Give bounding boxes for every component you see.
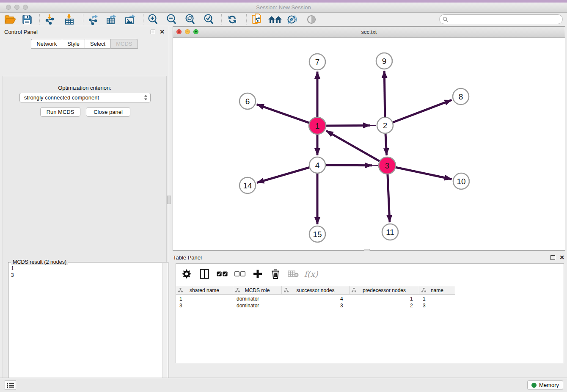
table-toolbar: f(x) (176, 264, 564, 284)
control-panel: Control Panel ✕ Network Style Select MCD… (0, 26, 169, 378)
export-table-icon[interactable] (106, 14, 118, 25)
import-table-icon[interactable] (63, 14, 75, 25)
table-panel: Table Panel ✕ (170, 251, 567, 378)
control-panel-title: Control Panel (4, 29, 151, 35)
hide-selected-icon[interactable] (286, 14, 298, 25)
table-cell: dominator (237, 296, 259, 302)
table-cell: 3 (340, 303, 343, 309)
tab-mcds[interactable]: MCDS (110, 39, 138, 49)
graph-node-label: 15 (313, 230, 322, 239)
show-all-icon[interactable] (306, 14, 317, 25)
table-cell: 1 (423, 296, 426, 302)
table-cell: 4 (340, 296, 343, 302)
add-column-icon[interactable] (252, 268, 263, 279)
table-cell: dominator (237, 303, 259, 309)
table-panel-header: Table Panel ✕ (173, 253, 564, 262)
node-table: f(x) shared nameMCDS rolesuccessor nodes… (176, 263, 564, 363)
memory-label: Memory (539, 382, 559, 388)
mcds-result-box: MCDS result (2 nodes) 1 3 (8, 262, 168, 392)
table-cell: 3 (423, 303, 426, 309)
control-panel-tabs: Network Style Select MCDS (0, 39, 169, 49)
mcds-panel: Optimization criterion: strongly connect… (3, 76, 167, 392)
network-window-title: scc.txt (173, 29, 565, 35)
function-builder-icon[interactable]: f(x) (306, 268, 317, 279)
optimization-criterion-label: Optimization criterion: (3, 85, 166, 91)
settings-gear-icon[interactable] (181, 268, 192, 279)
graph-node-label: 3 (385, 161, 390, 170)
close-panel-button[interactable]: Close panel (86, 107, 130, 117)
column-header-MCDS-role[interactable]: MCDS role (233, 286, 282, 294)
app-titlebar: Session: New Session (0, 3, 567, 13)
graph-node-label: 2 (383, 121, 388, 130)
tab-network[interactable]: Network (31, 39, 62, 49)
select-stepper-icon (144, 94, 148, 101)
network-graph-canvas[interactable]: 7968124314101511 (173, 38, 565, 250)
open-session-icon[interactable] (4, 14, 16, 25)
memory-button[interactable]: Memory (527, 380, 563, 390)
export-network-icon[interactable] (87, 14, 99, 25)
search-icon (443, 17, 448, 22)
run-mcds-button[interactable]: Run MCDS (40, 107, 80, 117)
task-list-icon (7, 382, 14, 388)
show-columns-icon[interactable] (199, 268, 210, 279)
save-session-icon[interactable] (21, 14, 33, 25)
control-panel-header: Control Panel ✕ (0, 26, 169, 37)
zoom-selected-icon[interactable] (203, 14, 215, 25)
delete-table-icon[interactable] (288, 268, 299, 279)
column-header-predecessor-nodes[interactable]: predecessor nodes (350, 286, 419, 294)
optimization-criterion-select[interactable]: strongly connected component (19, 93, 151, 102)
select-all-icon[interactable] (217, 268, 228, 279)
graph-node-label: 8 (459, 92, 463, 101)
zoom-out-icon[interactable] (165, 14, 177, 25)
delete-column-icon[interactable] (270, 268, 281, 279)
graph-node-label: 11 (386, 228, 394, 237)
table-cell: 2 (410, 303, 413, 309)
memory-status-icon (531, 383, 537, 388)
table-float-panel-icon[interactable] (550, 255, 555, 260)
task-history-button[interactable] (5, 380, 16, 390)
table-cell: 3 (179, 303, 182, 309)
refresh-icon[interactable] (226, 14, 238, 25)
column-header-shared-name[interactable]: shared name (176, 286, 233, 294)
search-input[interactable] (450, 17, 562, 22)
graph-node-label: 14 (243, 181, 252, 190)
close-panel-icon[interactable]: ✕ (160, 30, 165, 34)
graph-node-label: 7 (315, 58, 320, 66)
zoom-in-icon[interactable] (147, 14, 159, 25)
zoom-fit-icon[interactable] (184, 14, 196, 25)
graph-node-label: 6 (245, 97, 250, 106)
graph-node-label: 10 (457, 177, 465, 186)
table-panel-title: Table Panel (173, 254, 550, 261)
tab-select[interactable]: Select (85, 39, 110, 49)
tab-style[interactable]: Style (62, 39, 85, 49)
column-header-name[interactable]: name (419, 286, 455, 294)
table-column-header: shared nameMCDS rolesuccessor nodesprede… (176, 286, 455, 295)
table-row[interactable]: 3dominator323 (176, 302, 455, 309)
table-cell: 1 (179, 296, 182, 302)
export-image-icon[interactable] (124, 14, 136, 25)
import-network-icon[interactable] (44, 14, 56, 25)
window-title: Session: New Session (0, 4, 567, 11)
main-toolbar (0, 13, 567, 26)
table-row[interactable]: 1dominator411 (176, 295, 455, 302)
mcds-result-text: 1 3 (11, 265, 14, 279)
graph-node-label: 1 (315, 121, 320, 130)
table-close-panel-icon[interactable]: ✕ (559, 255, 564, 260)
network-window: ✕ − + scc.txt 7968124314101511 (173, 26, 565, 251)
optimization-criterion-value: strongly connected component (24, 94, 144, 101)
graph-node-label: 9 (382, 57, 387, 66)
float-panel-icon[interactable] (151, 30, 155, 34)
table-cell: 1 (410, 296, 413, 302)
first-neighbors-icon[interactable] (267, 14, 283, 25)
status-bar: Memory (0, 378, 567, 392)
network-window-titlebar: ✕ − + scc.txt (173, 27, 565, 38)
unselect-all-icon[interactable] (234, 268, 245, 279)
search-box[interactable] (439, 14, 563, 24)
graph-node-label: 4 (315, 161, 320, 170)
clone-network-icon[interactable] (250, 14, 262, 25)
mcds-result-scrollbar[interactable] (162, 263, 168, 392)
mcds-result-title: MCDS result (2 nodes) (11, 259, 68, 265)
column-header-successor-nodes[interactable]: successor nodes (282, 286, 350, 294)
vertical-splitter-handle[interactable] (167, 196, 171, 204)
